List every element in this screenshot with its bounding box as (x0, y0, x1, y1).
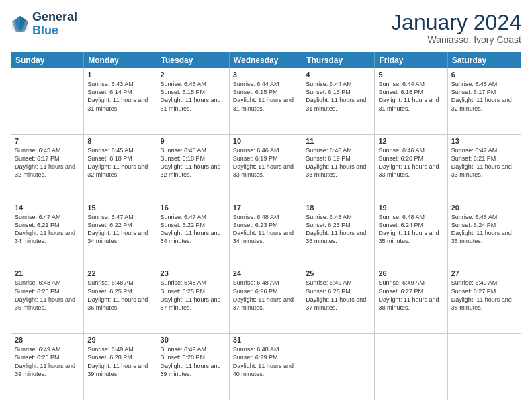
day-info: Sunrise: 6:45 AM Sunset: 6:17 PM Dayligh… (15, 146, 80, 179)
cal-cell: 29Sunrise: 6:49 AM Sunset: 6:28 PM Dayli… (84, 334, 157, 400)
cal-cell: 3Sunrise: 6:44 AM Sunset: 6:15 PM Daylig… (230, 68, 302, 134)
day-info: Sunrise: 6:48 AM Sunset: 6:23 PM Dayligh… (306, 213, 371, 246)
cal-cell: 31Sunrise: 6:48 AM Sunset: 6:29 PM Dayli… (230, 334, 302, 400)
page: General Blue January 2024 Waniasso, Ivor… (0, 0, 532, 411)
day-number: 29 (87, 336, 152, 344)
day-info: Sunrise: 6:47 AM Sunset: 6:22 PM Dayligh… (161, 213, 226, 246)
logo-line2: Blue (32, 24, 77, 38)
day-info: Sunrise: 6:49 AM Sunset: 6:26 PM Dayligh… (306, 279, 371, 312)
cal-cell: 30Sunrise: 6:49 AM Sunset: 6:28 PM Dayli… (157, 334, 230, 400)
day-number: 27 (451, 269, 517, 277)
day-info: Sunrise: 6:44 AM Sunset: 6:16 PM Dayligh… (306, 80, 371, 113)
cal-cell: 16Sunrise: 6:47 AM Sunset: 6:22 PM Dayli… (157, 201, 230, 267)
cal-week-row: 28Sunrise: 6:49 AM Sunset: 6:28 PM Dayli… (11, 333, 521, 400)
day-number: 5 (378, 71, 443, 79)
cal-cell: 21Sunrise: 6:48 AM Sunset: 6:25 PM Dayli… (11, 267, 84, 333)
header: General Blue January 2024 Waniasso, Ivor… (11, 11, 521, 45)
cal-cell: 7Sunrise: 6:45 AM Sunset: 6:17 PM Daylig… (11, 135, 84, 201)
cal-cell: 25Sunrise: 6:49 AM Sunset: 6:26 PM Dayli… (302, 267, 375, 333)
day-info: Sunrise: 6:48 AM Sunset: 6:26 PM Dayligh… (233, 279, 298, 312)
cal-cell: 15Sunrise: 6:47 AM Sunset: 6:22 PM Dayli… (84, 201, 157, 267)
day-number: 16 (161, 203, 226, 212)
day-info: Sunrise: 6:44 AM Sunset: 6:15 PM Dayligh… (233, 80, 298, 113)
day-info: Sunrise: 6:49 AM Sunset: 6:28 PM Dayligh… (15, 345, 80, 378)
day-number: 8 (87, 137, 152, 145)
day-number: 11 (306, 137, 371, 145)
day-info: Sunrise: 6:46 AM Sunset: 6:19 PM Dayligh… (233, 146, 298, 179)
title-area: January 2024 Waniasso, Ivory Coast (391, 11, 521, 45)
day-info: Sunrise: 6:48 AM Sunset: 6:25 PM Dayligh… (87, 279, 152, 312)
day-info: Sunrise: 6:46 AM Sunset: 6:19 PM Dayligh… (306, 146, 371, 179)
day-number: 17 (233, 203, 298, 212)
day-number: 4 (306, 71, 371, 79)
day-info: Sunrise: 6:48 AM Sunset: 6:25 PM Dayligh… (15, 279, 80, 312)
day-info: Sunrise: 6:47 AM Sunset: 6:22 PM Dayligh… (87, 213, 152, 246)
cal-cell: 8Sunrise: 6:45 AM Sunset: 6:18 PM Daylig… (84, 135, 157, 201)
cal-cell: 5Sunrise: 6:44 AM Sunset: 6:16 PM Daylig… (375, 68, 447, 134)
calendar: SundayMondayTuesdayWednesdayThursdayFrid… (11, 52, 521, 400)
cal-cell: 14Sunrise: 6:47 AM Sunset: 6:21 PM Dayli… (11, 201, 84, 267)
day-info: Sunrise: 6:48 AM Sunset: 6:29 PM Dayligh… (233, 345, 298, 378)
day-info: Sunrise: 6:46 AM Sunset: 6:18 PM Dayligh… (161, 146, 226, 179)
cal-cell: 4Sunrise: 6:44 AM Sunset: 6:16 PM Daylig… (302, 68, 375, 134)
cal-header-cell: Tuesday (157, 52, 230, 68)
day-number: 15 (87, 203, 152, 212)
day-info: Sunrise: 6:49 AM Sunset: 6:27 PM Dayligh… (451, 279, 517, 312)
day-number: 6 (451, 71, 517, 79)
cal-header-cell: Thursday (302, 52, 375, 68)
calendar-header: SundayMondayTuesdayWednesdayThursdayFrid… (11, 52, 521, 68)
cal-cell (302, 334, 375, 400)
cal-cell: 13Sunrise: 6:47 AM Sunset: 6:21 PM Dayli… (448, 135, 521, 201)
day-info: Sunrise: 6:47 AM Sunset: 6:21 PM Dayligh… (451, 146, 517, 179)
cal-cell: 2Sunrise: 6:43 AM Sunset: 6:15 PM Daylig… (157, 68, 230, 134)
day-info: Sunrise: 6:43 AM Sunset: 6:14 PM Dayligh… (87, 80, 152, 113)
day-info: Sunrise: 6:45 AM Sunset: 6:18 PM Dayligh… (87, 146, 152, 179)
day-info: Sunrise: 6:49 AM Sunset: 6:28 PM Dayligh… (87, 345, 152, 378)
subtitle: Waniasso, Ivory Coast (391, 34, 521, 45)
cal-header-cell: Friday (375, 52, 447, 68)
cal-week-row: 7Sunrise: 6:45 AM Sunset: 6:17 PM Daylig… (11, 134, 521, 201)
cal-cell: 24Sunrise: 6:48 AM Sunset: 6:26 PM Dayli… (230, 267, 302, 333)
day-number: 14 (15, 203, 80, 212)
day-number: 21 (15, 269, 80, 277)
cal-header-cell: Wednesday (230, 52, 302, 68)
day-info: Sunrise: 6:49 AM Sunset: 6:27 PM Dayligh… (378, 279, 443, 312)
day-number: 1 (87, 71, 152, 79)
day-number: 9 (161, 137, 226, 145)
day-info: Sunrise: 6:48 AM Sunset: 6:24 PM Dayligh… (378, 213, 443, 246)
cal-header-cell: Monday (84, 52, 157, 68)
cal-week-row: 14Sunrise: 6:47 AM Sunset: 6:21 PM Dayli… (11, 201, 521, 267)
day-number: 31 (233, 336, 298, 344)
day-number: 3 (233, 71, 298, 79)
day-number: 20 (451, 203, 517, 212)
day-number: 22 (87, 269, 152, 277)
day-info: Sunrise: 6:44 AM Sunset: 6:16 PM Dayligh… (378, 80, 443, 113)
day-number: 24 (233, 269, 298, 277)
cal-cell: 1Sunrise: 6:43 AM Sunset: 6:14 PM Daylig… (84, 68, 157, 134)
day-info: Sunrise: 6:46 AM Sunset: 6:20 PM Dayligh… (378, 146, 443, 179)
cal-cell: 20Sunrise: 6:48 AM Sunset: 6:24 PM Dayli… (448, 201, 521, 267)
cal-cell: 26Sunrise: 6:49 AM Sunset: 6:27 PM Dayli… (375, 267, 447, 333)
day-number: 10 (233, 137, 298, 145)
day-info: Sunrise: 6:47 AM Sunset: 6:21 PM Dayligh… (15, 213, 80, 246)
logo-text: General Blue (32, 11, 77, 38)
day-number: 25 (306, 269, 371, 277)
cal-cell (11, 68, 84, 134)
cal-cell (375, 334, 447, 400)
cal-cell: 23Sunrise: 6:48 AM Sunset: 6:25 PM Dayli… (157, 267, 230, 333)
logo-icon (11, 15, 30, 34)
cal-cell: 11Sunrise: 6:46 AM Sunset: 6:19 PM Dayli… (302, 135, 375, 201)
day-info: Sunrise: 6:48 AM Sunset: 6:24 PM Dayligh… (451, 213, 517, 246)
day-number: 18 (306, 203, 371, 212)
cal-cell (448, 334, 521, 400)
cal-week-row: 21Sunrise: 6:48 AM Sunset: 6:25 PM Dayli… (11, 267, 521, 333)
cal-cell: 9Sunrise: 6:46 AM Sunset: 6:18 PM Daylig… (157, 135, 230, 201)
cal-header-cell: Saturday (448, 52, 521, 68)
month-title: January 2024 (391, 11, 521, 34)
cal-header-cell: Sunday (11, 52, 84, 68)
day-info: Sunrise: 6:49 AM Sunset: 6:28 PM Dayligh… (161, 345, 226, 378)
cal-cell: 10Sunrise: 6:46 AM Sunset: 6:19 PM Dayli… (230, 135, 302, 201)
day-number: 19 (378, 203, 443, 212)
day-number: 12 (378, 137, 443, 145)
day-number: 13 (451, 137, 517, 145)
